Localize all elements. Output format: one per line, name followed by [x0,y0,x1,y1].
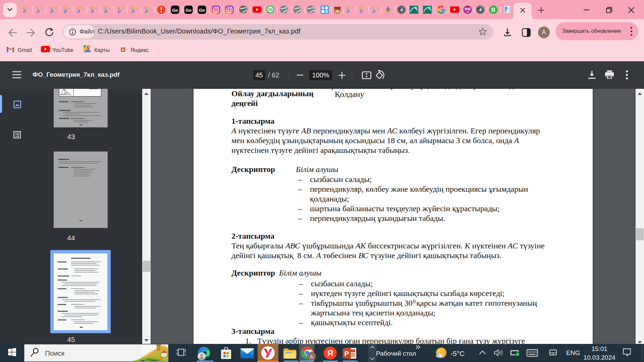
svg-text:д: д [23,8,26,14]
svg-text:д: д [360,8,363,14]
svg-text:д: д [50,8,53,14]
svg-text:B: B [491,7,495,13]
svg-text:P: P [344,350,349,357]
svg-text:50: 50 [268,7,273,12]
svg-text:д: д [77,8,80,14]
svg-text:Я: Я [122,48,124,52]
svg-text:д: д [91,8,94,14]
svg-text:д: д [372,8,375,14]
svg-text:д: д [104,8,107,14]
svg-text:Go: Go [185,8,192,13]
svg-text:д: д [131,8,135,14]
svg-text:д: д [145,8,148,14]
svg-text:д: д [346,8,350,14]
svg-text:д: д [118,8,121,14]
svg-text:д: д [37,8,40,14]
svg-text:Go: Go [172,8,178,13]
svg-text:Go: Go [199,8,205,13]
svg-text:д: д [64,8,67,14]
